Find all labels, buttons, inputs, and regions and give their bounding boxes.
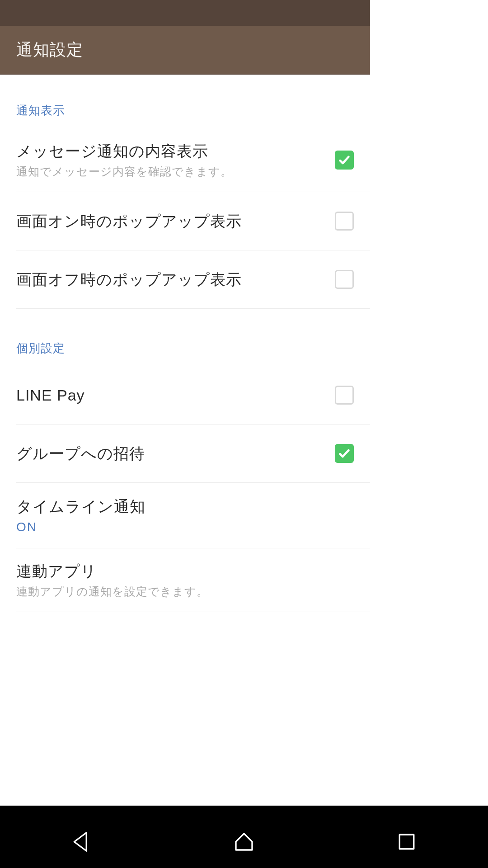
status-bar — [0, 0, 370, 26]
page-title: 通知設定 — [16, 39, 83, 61]
row-popup-screen-off[interactable]: 画面オフ時のポップアップ表示 — [0, 250, 370, 308]
row-group-invite[interactable]: グループへの招待 — [0, 425, 370, 482]
page-header: 通知設定 — [0, 26, 370, 75]
row-popup-screen-on[interactable]: 画面オン時のポップアップ表示 — [0, 192, 370, 250]
checkbox-unchecked-icon[interactable] — [335, 386, 354, 405]
checkbox-unchecked-icon[interactable] — [335, 270, 354, 289]
section-label-individual: 個別設定 — [0, 340, 370, 366]
row-value: ON — [16, 520, 354, 534]
row-title: 画面オン時のポップアップ表示 — [16, 211, 335, 231]
row-title: LINE Pay — [16, 385, 335, 405]
row-timeline-notification[interactable]: タイムライン通知 ON — [0, 483, 370, 548]
section-label-display: 通知表示 — [0, 103, 370, 128]
checkbox-unchecked-icon[interactable] — [335, 212, 354, 231]
checkbox-checked-icon[interactable] — [335, 444, 354, 463]
row-subtitle: 連動アプリの通知を設定できます。 — [16, 584, 354, 599]
row-title: グループへの招待 — [16, 443, 335, 463]
row-title: タイムライン通知 — [16, 496, 354, 516]
row-title: メッセージ通知の内容表示 — [16, 141, 335, 161]
row-line-pay[interactable]: LINE Pay — [0, 366, 370, 424]
row-message-content-display[interactable]: メッセージ通知の内容表示 通知でメッセージ内容を確認できます。 — [0, 128, 370, 192]
row-title: 連動アプリ — [16, 561, 354, 581]
checkbox-checked-icon[interactable] — [335, 151, 354, 170]
row-linked-apps[interactable]: 連動アプリ 連動アプリの通知を設定できます。 — [0, 548, 370, 612]
settings-content: 通知表示 メッセージ通知の内容表示 通知でメッセージ内容を確認できます。 画面オ… — [0, 75, 370, 612]
row-subtitle: 通知でメッセージ内容を確認できます。 — [16, 164, 335, 179]
row-title: 画面オフ時のポップアップ表示 — [16, 269, 335, 289]
